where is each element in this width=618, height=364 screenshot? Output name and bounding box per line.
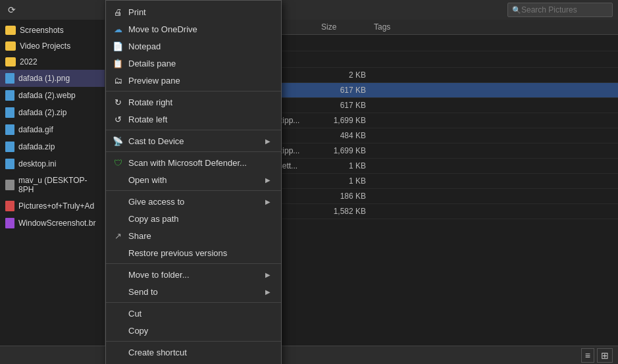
rotate-right-icon: ↻: [113, 97, 123, 107]
menu-item-label: Give access to: [128, 197, 260, 207]
sidebar-item-label: dafada (1).png: [18, 74, 70, 83]
sidebar-item-mavu[interactable]: mav_u (DESKTOP-8PH: [0, 172, 105, 197]
explorer-window: ⟳ 🔍 Screenshots Video Projects 2022 daf: [0, 0, 618, 364]
sidebar-item-label: mav_u (DESKTOP-8PH: [18, 176, 99, 194]
search-box: 🔍: [507, 3, 613, 17]
menu-item-label: Send to: [128, 287, 260, 297]
sidebar-item-dafadagif[interactable]: dafada.gif: [0, 121, 105, 138]
sidebar-item-screenshots[interactable]: Screenshots: [0, 22, 105, 38]
menu-item-copy[interactable]: Copy: [106, 322, 281, 339]
menu-item-restore-versions[interactable]: Restore previous versions: [106, 244, 281, 261]
menu-item-label: Print: [128, 7, 270, 17]
create-shortcut-icon: [113, 347, 123, 357]
sidebar-item-desktopini[interactable]: desktop.ini: [0, 155, 105, 172]
sidebar-item-dafada2zip[interactable]: dafada (2).zip: [0, 104, 105, 121]
move-folder-icon: [113, 269, 123, 280]
menu-separator: [106, 151, 281, 152]
menu-item-move-to-onedrive[interactable]: ☁ Move to OneDrive: [106, 20, 281, 38]
menu-item-rotate-left[interactable]: ↺ Rotate left: [106, 111, 281, 128]
menu-item-label: Notepad: [128, 41, 270, 51]
cut-icon: [113, 308, 123, 319]
menu-item-preview-pane[interactable]: 🗂 Preview pane: [106, 72, 281, 89]
menu-separator: [106, 91, 281, 91]
menu-item-create-shortcut[interactable]: Create shortcut: [106, 344, 281, 361]
sidebar-item-dafada1png[interactable]: dafada (1).png: [0, 70, 105, 87]
main-area: Screenshots Video Projects 2022 dafada (…: [0, 20, 618, 346]
menu-item-give-access[interactable]: Give access to ▶: [106, 193, 281, 210]
file-icon: [5, 107, 14, 118]
cast-icon: 📡: [113, 136, 123, 146]
menu-item-details-pane[interactable]: 📋 Details pane: [106, 55, 281, 72]
menu-item-label: Move to folder...: [128, 270, 260, 280]
details-pane-icon: 📋: [113, 58, 123, 68]
restore-icon: [113, 247, 123, 258]
sidebar-item-2022[interactable]: 2022: [0, 54, 105, 70]
search-icon: 🔍: [512, 6, 521, 14]
file-size: 2 KB: [321, 70, 374, 80]
menu-item-print[interactable]: 🖨 Print: [106, 3, 281, 20]
folder-icon: [5, 26, 16, 35]
grid-view-icon: ⊞: [601, 350, 609, 361]
column-header-size[interactable]: Size: [321, 22, 374, 32]
file-size: 617 KB: [321, 86, 374, 95]
menu-item-copy-as-path[interactable]: Copy as path: [106, 210, 281, 227]
submenu-arrow-icon: ▶: [265, 271, 270, 278]
menu-item-send-to[interactable]: Send to ▶: [106, 283, 281, 300]
menu-item-notepad[interactable]: 📄 Notepad: [106, 38, 281, 55]
menu-item-label: Preview pane: [128, 76, 270, 86]
preview-pane-icon: 🗂: [113, 75, 123, 86]
sidebar-item-dafadazip[interactable]: dafada.zip: [0, 138, 105, 155]
file-size: 617 KB: [321, 101, 374, 110]
file-size: 1 KB: [321, 176, 374, 186]
sidebar-item-label: Video Projects: [20, 41, 70, 51]
file-size: 186 KB: [321, 192, 374, 201]
sidebar-item-video-projects[interactable]: Video Projects: [0, 38, 105, 54]
defender-icon: 🛡: [113, 157, 123, 168]
file-size: 1,582 KB: [321, 207, 374, 216]
search-input[interactable]: [521, 5, 600, 14]
menu-item-scan-defender[interactable]: 🛡 Scan with Microsoft Defender...: [106, 154, 281, 171]
menu-item-share[interactable]: ↗ Share: [106, 227, 281, 244]
list-view-button[interactable]: ≡: [581, 348, 594, 363]
menu-item-label: Open with: [128, 175, 260, 185]
list-view-icon: ≡: [585, 350, 590, 361]
menu-item-label: Copy as path: [128, 214, 270, 224]
send-to-icon: [113, 286, 123, 297]
menu-item-move-to-folder[interactable]: Move to folder... ▶: [106, 266, 281, 283]
menu-item-label: Scan with Microsoft Defender...: [128, 158, 270, 168]
menu-item-label: Cast to Device: [128, 136, 260, 146]
refresh-button[interactable]: ⟳: [5, 3, 18, 16]
top-bar: ⟳ 🔍: [0, 0, 618, 20]
menu-item-delete[interactable]: Delete: [106, 361, 281, 364]
bottom-bar: ≡ ⊞: [0, 346, 618, 364]
file-icon: [5, 159, 14, 169]
open-with-icon: [113, 174, 123, 185]
sidebar-item-dafada2webp[interactable]: dafada (2).webp: [0, 87, 105, 104]
menu-item-open-with[interactable]: Open with ▶: [106, 171, 281, 188]
submenu-arrow-icon: ▶: [265, 176, 270, 184]
rotate-left-icon: ↺: [113, 114, 123, 124]
folder-icon: [5, 41, 16, 51]
column-header-tags[interactable]: Tags: [374, 22, 613, 32]
print-icon: 🖨: [113, 7, 123, 17]
file-icon: [5, 180, 14, 190]
grid-view-button[interactable]: ⊞: [597, 348, 613, 363]
menu-item-cut[interactable]: Cut: [106, 305, 281, 322]
file-size: 484 KB: [321, 131, 374, 140]
file-icon: [5, 90, 14, 101]
sidebar-item-picturesof[interactable]: Pictures+of+Truly+Ad: [0, 197, 105, 215]
file-icon: [5, 218, 14, 228]
folder-icon: [5, 57, 16, 66]
sidebar-item-label: dafada (2).zip: [18, 108, 66, 117]
menu-item-cast-to-device[interactable]: 📡 Cast to Device ▶: [106, 132, 281, 149]
file-size: 1 KB: [321, 161, 374, 170]
file-size: 1,699 KB: [321, 146, 374, 155]
sidebar-item-label: dafada.gif: [18, 125, 53, 134]
file-icon: [5, 73, 14, 84]
file-icon: [5, 142, 14, 152]
menu-item-rotate-right[interactable]: ↻ Rotate right: [106, 93, 281, 111]
sidebar-item-windowscreenshot[interactable]: WindowScreenshot.br: [0, 215, 105, 232]
menu-item-label: Rotate left: [128, 115, 270, 124]
menu-item-label: Rotate right: [128, 97, 270, 107]
menu-separator: [106, 263, 281, 264]
